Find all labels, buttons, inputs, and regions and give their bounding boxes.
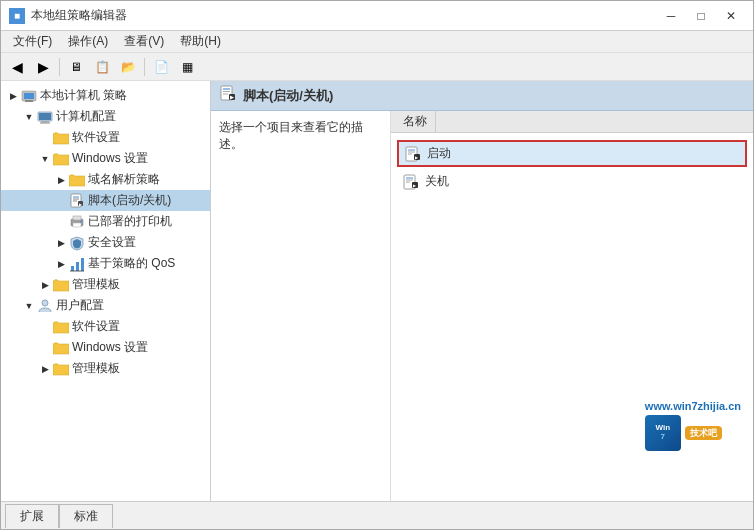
- software-settings-label: 软件设置: [72, 129, 120, 146]
- user-software-label: 软件设置: [72, 318, 120, 335]
- col-name-header[interactable]: 名称: [395, 111, 436, 132]
- forward-button[interactable]: ▶: [31, 56, 55, 78]
- maximize-button[interactable]: □: [687, 5, 715, 27]
- back-button[interactable]: ◀: [5, 56, 29, 78]
- logo-badge: 技术吧: [685, 426, 722, 441]
- minimize-button[interactable]: ─: [657, 5, 685, 27]
- tree-user-windows[interactable]: ▶ Windows 设置: [1, 337, 210, 358]
- user-admin-icon: [53, 361, 69, 377]
- startup-icon: ▶: [405, 146, 421, 162]
- windows-expand: ▼: [37, 151, 53, 167]
- logo-badge-text: 技术吧: [690, 428, 717, 439]
- menu-help[interactable]: 帮助(H): [172, 31, 229, 52]
- scripts-icon: ▶: [69, 193, 85, 209]
- shutdown-label: 关机: [425, 173, 449, 190]
- tree-user-admin[interactable]: ▶ 管理模板: [1, 358, 210, 379]
- dns-label: 域名解析策略: [88, 171, 160, 188]
- svg-rect-1: [24, 93, 34, 99]
- printers-label: 已部署的打印机: [88, 213, 172, 230]
- user-admin-expand: ▶: [37, 361, 53, 377]
- toolbar-btn-1[interactable]: 🖥: [64, 56, 88, 78]
- startup-label: 启动: [427, 145, 451, 162]
- list-item-startup[interactable]: ▶ 启动: [397, 140, 747, 167]
- user-windows-label: Windows 设置: [72, 339, 148, 356]
- svg-rect-4: [39, 113, 51, 120]
- admin-templates-icon: [53, 277, 69, 293]
- toolbar-btn-4[interactable]: 📄: [149, 56, 173, 78]
- tree-admin-templates[interactable]: ▶ 管理模板: [1, 274, 210, 295]
- logo-text-2: 7: [661, 433, 665, 442]
- root-icon: [21, 88, 37, 104]
- svg-point-16: [80, 220, 82, 222]
- tab-expand[interactable]: 扩展: [5, 504, 59, 528]
- watermark: www.win7zhijia.cn Win 7 技术吧: [645, 400, 741, 451]
- toolbar: ◀ ▶ 🖥 📋 📂 📄 ▦: [1, 53, 753, 81]
- tree-security[interactable]: ▶ 安全设置: [1, 232, 210, 253]
- toolbar-btn-5[interactable]: ▦: [175, 56, 199, 78]
- tree-scripts[interactable]: ▶ ▶ 脚本(启动/关机): [1, 190, 210, 211]
- tree-dns[interactable]: ▶ 域名解析策略: [1, 169, 210, 190]
- toolbar-btn-2[interactable]: 📋: [90, 56, 114, 78]
- main-area: ▶ 本地计算机 策略 ▼ 计算机配置 ▶ 软件设置: [1, 81, 753, 501]
- tree-printers[interactable]: ▶ 已部署的打印机: [1, 211, 210, 232]
- toolbar-btn-3[interactable]: 📂: [116, 56, 140, 78]
- svg-rect-18: [76, 262, 79, 271]
- list-header: 名称: [391, 111, 753, 133]
- qos-label: 基于策略的 QoS: [88, 255, 175, 272]
- panel-header-icon: ▶: [219, 85, 237, 106]
- window-title: 本地组策略编辑器: [31, 7, 127, 24]
- panel-header-title: 脚本(启动/关机): [243, 87, 333, 105]
- menu-view[interactable]: 查看(V): [116, 31, 172, 52]
- tree-windows-settings[interactable]: ▼ Windows 设置: [1, 148, 210, 169]
- user-windows-expand: ▶: [37, 340, 53, 356]
- list-item-shutdown[interactable]: ▶ 关机: [397, 170, 747, 193]
- svg-rect-19: [81, 258, 84, 271]
- status-bar: 扩展 标准: [1, 501, 753, 529]
- qos-icon: [69, 256, 85, 272]
- qos-expand: ▶: [53, 256, 69, 272]
- tree-panel: ▶ 本地计算机 策略 ▼ 计算机配置 ▶ 软件设置: [1, 81, 211, 501]
- tree-qos[interactable]: ▶ 基于策略的 QoS: [1, 253, 210, 274]
- computer-config-icon: [37, 109, 53, 125]
- menu-bar: 文件(F) 操作(A) 查看(V) 帮助(H): [1, 31, 753, 53]
- tree-software-settings[interactable]: ▶ 软件设置: [1, 127, 210, 148]
- title-bar: ■ 本地组策略编辑器 ─ □ ✕: [1, 1, 753, 31]
- close-button[interactable]: ✕: [717, 5, 745, 27]
- admin-templates-label: 管理模板: [72, 276, 120, 293]
- user-software-expand: ▶: [37, 319, 53, 335]
- admin-expand: ▶: [37, 277, 53, 293]
- computer-config-label: 计算机配置: [56, 108, 116, 125]
- root-label: 本地计算机 策略: [40, 87, 127, 104]
- dns-icon: [69, 172, 85, 188]
- security-expand: ▶: [53, 235, 69, 251]
- win7-logo-bg: Win 7: [645, 415, 681, 451]
- user-config-expand: ▼: [21, 298, 37, 314]
- tree-user-config[interactable]: ▼ 用户配置: [1, 295, 210, 316]
- software-settings-icon: [53, 130, 69, 146]
- computer-config-expand: ▼: [21, 109, 37, 125]
- security-icon: [69, 235, 85, 251]
- tree-computer-config[interactable]: ▼ 计算机配置: [1, 106, 210, 127]
- scripts-expand: ▶: [53, 193, 69, 209]
- shutdown-icon: ▶: [403, 174, 419, 190]
- user-windows-icon: [53, 340, 69, 356]
- windows-settings-label: Windows 设置: [72, 150, 148, 167]
- svg-rect-15: [73, 223, 81, 227]
- watermark-logo: Win 7 技术吧: [645, 415, 741, 451]
- scripts-label: 脚本(启动/关机): [88, 192, 171, 209]
- panel-header: ▶ 脚本(启动/关机): [211, 81, 753, 111]
- watermark-url: www.win7zhijia.cn: [645, 400, 741, 412]
- menu-file[interactable]: 文件(F): [5, 31, 60, 52]
- svg-rect-14: [73, 216, 81, 220]
- svg-rect-5: [41, 121, 49, 123]
- dns-expand: ▶: [53, 172, 69, 188]
- svg-rect-2: [25, 100, 33, 102]
- menu-action[interactable]: 操作(A): [60, 31, 116, 52]
- user-admin-label: 管理模板: [72, 360, 120, 377]
- window-controls: ─ □ ✕: [657, 5, 745, 27]
- tree-root[interactable]: ▶ 本地计算机 策略: [1, 85, 210, 106]
- toolbar-sep-2: [144, 58, 145, 76]
- svg-rect-17: [71, 266, 74, 271]
- tree-user-software[interactable]: ▶ 软件设置: [1, 316, 210, 337]
- tab-standard[interactable]: 标准: [59, 504, 113, 528]
